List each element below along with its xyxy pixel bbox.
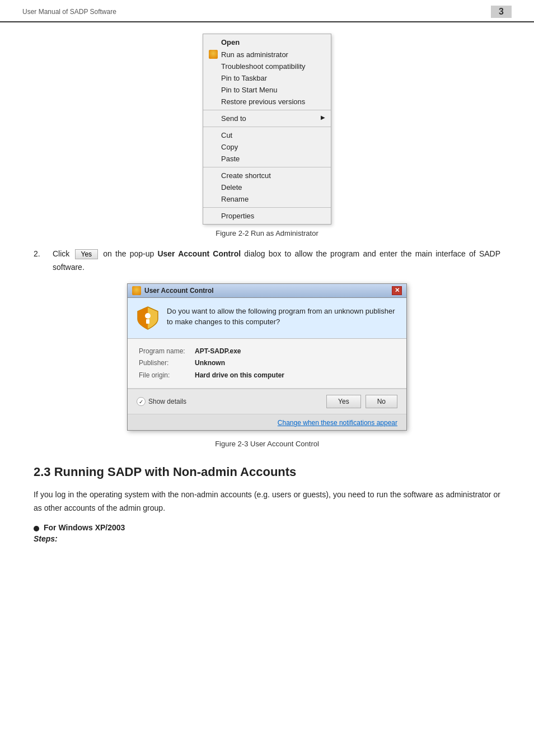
section-2-3-heading: 2.3 Running SADP with Non-admin Accounts	[34, 465, 500, 479]
uac-title-left: User Account Control	[132, 286, 214, 295]
menu-item-run-as-admin[interactable]: Run as administrator	[203, 48, 331, 60]
separator-4	[203, 207, 331, 208]
uac-publisher-label: Publisher:	[139, 357, 189, 370]
header-title: User Manual of SADP Software	[22, 8, 116, 16]
uac-change-notifications-link[interactable]: Change when these notifications appear	[278, 419, 397, 427]
uac-show-details-button[interactable]: ✓ Show details	[137, 397, 186, 406]
shield-icon	[209, 50, 218, 59]
uac-yes-button[interactable]: Yes	[326, 395, 361, 408]
yes-button-inline[interactable]: Yes	[75, 249, 99, 259]
figure-2-2: Open Run as administrator Troubleshoot c…	[34, 34, 500, 237]
uac-footer: Change when these notifications appear	[128, 414, 406, 430]
uac-titlebar: User Account Control ✕	[128, 284, 406, 298]
menu-item-send-to[interactable]: Send to	[203, 113, 331, 124]
step-pre-text: Click	[53, 249, 69, 258]
figure-2-2-caption: Figure 2-2 Run as Administrator	[216, 229, 318, 237]
context-menu: Open Run as administrator Troubleshoot c…	[203, 34, 331, 225]
step-2-paragraph: 2. Click Yes on the pop-up User Account …	[34, 248, 500, 274]
uac-shield-icon	[137, 306, 159, 330]
step-2-text: Click Yes on the pop-up User Account Con…	[53, 248, 500, 274]
main-content: Open Run as administrator Troubleshoot c…	[0, 34, 534, 543]
figure-2-3: User Account Control ✕ Do	[34, 283, 500, 449]
menu-item-cut[interactable]: Cut	[203, 129, 331, 141]
page-number: 3	[491, 6, 512, 18]
menu-item-rename[interactable]: Rename	[203, 193, 331, 205]
svg-rect-1	[146, 319, 149, 324]
figure-2-3-caption: Figure 2-3 User Account Control	[215, 440, 319, 448]
step-number: 2.	[34, 248, 49, 274]
menu-item-restore[interactable]: Restore previous versions	[203, 96, 331, 108]
menu-item-create-shortcut[interactable]: Create shortcut	[203, 170, 331, 181]
uac-details-area: Program name: APT-SADP.exe Publisher: Un…	[128, 339, 406, 389]
separator-2	[203, 127, 331, 127]
uac-program-name-row: Program name: APT-SADP.exe	[139, 346, 395, 358]
uac-title-text: User Account Control	[144, 287, 214, 295]
menu-item-pin-start[interactable]: Pin to Start Menu	[203, 84, 331, 96]
uac-publisher-row: Publisher: Unknown	[139, 357, 395, 370]
svg-point-0	[145, 313, 151, 319]
uac-action-buttons: Yes No	[326, 395, 397, 408]
bullet-dot-icon	[34, 526, 39, 531]
menu-item-delete[interactable]: Delete	[203, 181, 331, 193]
menu-item-copy[interactable]: Copy	[203, 141, 331, 153]
uac-buttons-row: ✓ Show details Yes No	[128, 389, 406, 414]
bullet-windows-xp: For Windows XP/2003	[34, 523, 500, 532]
menu-item-paste[interactable]: Paste	[203, 153, 331, 165]
uac-close-button[interactable]: ✕	[392, 286, 402, 295]
bullet-label: For Windows XP/2003	[44, 523, 125, 532]
menu-item-open[interactable]: Open	[203, 36, 331, 48]
uac-title-icon	[132, 286, 141, 295]
uac-dialog: User Account Control ✕ Do	[127, 283, 407, 431]
menu-item-troubleshoot[interactable]: Troubleshoot compatibility	[203, 60, 331, 72]
steps-label: Steps:	[34, 534, 500, 543]
uac-publisher-value: Unknown	[195, 357, 225, 370]
uac-question-text: Do you want to allow the following progr…	[167, 306, 397, 328]
uac-body: Do you want to allow the following progr…	[128, 298, 406, 431]
uac-file-origin-row: File origin: Hard drive on this computer	[139, 370, 395, 382]
page-header: User Manual of SADP Software 3	[0, 0, 534, 22]
step-post-text: on the pop-up User Account Control dialo…	[53, 249, 500, 272]
separator-3	[203, 167, 331, 167]
chevron-icon: ✓	[137, 397, 146, 406]
uac-program-name-value: APT-SADP.exe	[195, 346, 241, 358]
uac-program-name-label: Program name:	[139, 346, 189, 358]
uac-no-button[interactable]: No	[366, 395, 397, 408]
uac-show-details-label: Show details	[148, 398, 186, 405]
menu-item-pin-taskbar[interactable]: Pin to Taskbar	[203, 72, 331, 84]
uac-file-origin-label: File origin:	[139, 370, 189, 382]
uac-question-bar: Do you want to allow the following progr…	[128, 298, 406, 339]
section-2-3-body: If you log in the operating system with …	[34, 488, 500, 515]
menu-item-properties[interactable]: Properties	[203, 210, 331, 222]
separator-1	[203, 110, 331, 110]
uac-file-origin-value: Hard drive on this computer	[195, 370, 284, 382]
